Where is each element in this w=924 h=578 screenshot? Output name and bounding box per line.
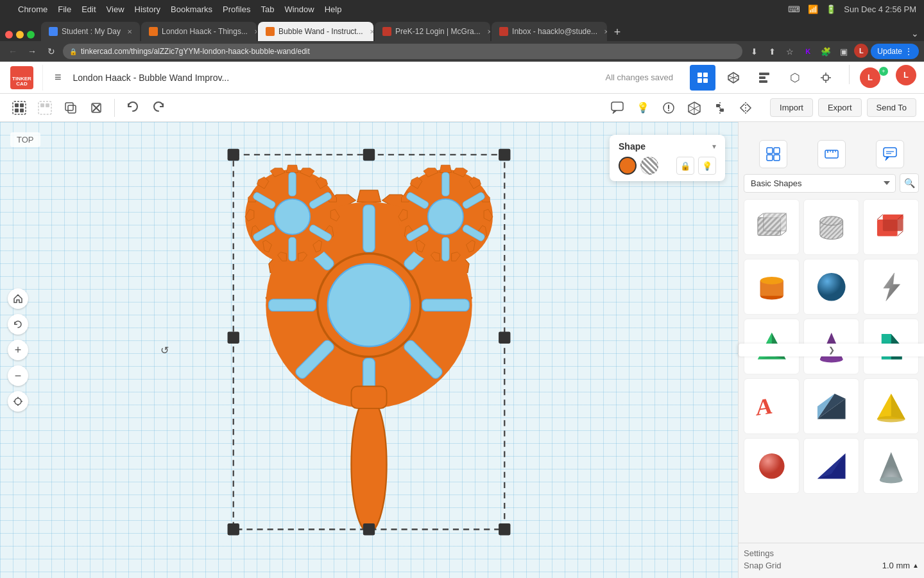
shapes-category-dropdown[interactable]: Basic Shapes [744,174,896,193]
svg-rect-83 [499,332,510,344]
viewport[interactable]: TOP + − [0,122,738,578]
tab-student[interactable]: Student : My Day ✕ [41,22,140,41]
export-btn[interactable]: Export [818,98,862,117]
zoom-in-btn[interactable]: + [8,340,28,360]
duplicate-btn[interactable] [59,96,82,119]
undo-btn[interactable] [121,96,144,119]
color-hole-btn[interactable] [640,157,658,175]
snap-up-arrow[interactable]: ▲ [912,562,919,569]
bookmark-icon[interactable]: ☆ [782,44,798,59]
update-btn[interactable]: Update ⋮ [871,44,919,59]
new-tab-btn[interactable]: + [608,23,626,41]
circuit-btn[interactable] [813,65,839,91]
speech-icon [610,101,624,115]
back-btn[interactable]: ← [5,44,21,59]
menu-edit[interactable]: Edit [81,4,96,14]
ungroup-btn[interactable] [33,96,56,119]
rotate-handle[interactable]: ↺ [160,344,169,356]
maximize-window-btn[interactable] [27,31,35,39]
tab-close-london[interactable]: ✕ [254,28,257,35]
group-btn[interactable] [8,96,31,119]
minimize-window-btn[interactable] [16,31,24,39]
undo-icon [126,101,140,115]
fit-view-btn[interactable] [8,391,28,412]
sidebar-toggle-icon[interactable]: ▣ [836,44,851,59]
tab-prek[interactable]: PreK-12 Login | McGra... ✕ [375,22,490,41]
view-speech-btn[interactable] [876,140,904,168]
shape-item-navy-wedge[interactable] [803,438,859,494]
hamburger-menu[interactable]: ≡ [49,71,67,84]
current-user-avatar[interactable]: L [896,65,916,85]
light-btn[interactable]: 💡 [698,157,716,175]
lock-shape-btn[interactable]: 🔒 [676,157,694,175]
mirror-btn[interactable] [734,96,757,119]
send-to-btn[interactable]: Send To [867,98,916,117]
tinkercad-logo[interactable]: TINKER CAD [8,65,43,91]
shape-item-hole-cylinder[interactable] [803,199,859,255]
tab-close-prek[interactable]: ✕ [487,28,490,35]
zoom-out-btn[interactable]: − [8,365,28,386]
panel-collapse-btn[interactable]: ❯ [739,344,924,356]
shape-item-pink-sphere[interactable] [744,438,800,494]
shape-item-text[interactable]: A [744,378,800,434]
shape-item-pyramid-yellow[interactable] [863,378,919,434]
url-text: tinkercad.com/things/alZZic7gYYM-london-… [81,47,310,56]
rotate-btn[interactable] [8,314,28,335]
view-grid-btn[interactable] [759,140,787,168]
speech-bubble-btn[interactable] [606,96,629,119]
menu-tab[interactable]: Tab [261,4,274,14]
shape-item-hole-box[interactable] [744,199,800,255]
tab-list-btn[interactable]: ⌄ [911,28,919,39]
fit-icon [13,396,23,407]
tab-inbox[interactable]: Inbox - haacklo@stude... ✕ [492,22,607,41]
menu-chrome[interactable]: Chrome [18,4,47,14]
address-bar[interactable]: 🔒 tinkercad.com/things/alZZic7gYYM-londo… [63,44,742,59]
inspector-btn[interactable]: ⬡ [782,65,808,91]
shape-item-gray-cone[interactable] [863,438,919,494]
color-orange-btn[interactable] [619,157,637,175]
3d-view-btn[interactable] [721,65,746,91]
import-btn[interactable]: Import [770,98,813,117]
menu-bookmarks[interactable]: Bookmarks [171,4,212,14]
tab-bubble[interactable]: Bubble Wand - Instruct... ✕ [258,22,373,41]
extension-k-icon[interactable]: K [800,44,816,59]
reload-btn[interactable]: ↻ [44,44,59,59]
menu-profiles[interactable]: Profiles [223,4,250,14]
download-icon[interactable]: ⬇ [746,44,762,59]
shape-item-red-box[interactable] [863,199,919,255]
view-cube-icon [687,101,701,115]
annotation-btn[interactable] [657,96,680,119]
app-toolbar: 💡 [0,94,924,122]
view-cube-btn[interactable] [683,96,706,119]
grid-view-btn[interactable] [690,65,715,91]
svg-rect-6 [703,78,708,83]
bulb-btn[interactable]: 💡 [631,96,654,119]
redo-btn[interactable] [147,96,170,119]
profile-btn[interactable]: L [854,44,868,58]
shape-panel-toggle[interactable]: ▾ [712,142,716,151]
tab-close-bubble[interactable]: ✕ [370,28,373,35]
blocks-view-btn[interactable] [751,65,777,91]
view-ruler-btn[interactable] [817,140,846,168]
shape-item-sphere[interactable] [803,259,859,315]
tab-close-inbox[interactable]: ✕ [604,28,607,35]
menu-history[interactable]: History [135,4,160,14]
add-user-btn[interactable]: L + [860,65,888,91]
close-window-btn[interactable] [5,31,13,39]
menu-help[interactable]: Help [325,4,342,14]
shape-item-wedge[interactable] [803,378,859,434]
forward-btn[interactable]: → [24,44,40,59]
shape-item-cylinder[interactable] [744,259,800,315]
align-btn[interactable] [708,96,732,119]
delete-btn[interactable] [85,96,108,119]
tab-london[interactable]: London Haack - Things... ✕ [141,22,257,41]
tab-close-student[interactable]: ✕ [127,28,132,35]
home-btn[interactable] [8,288,28,309]
menu-window[interactable]: Window [284,4,314,14]
shapes-search-btn[interactable]: 🔍 [900,173,919,193]
extensions-icon[interactable]: 🧩 [818,44,834,59]
menu-view[interactable]: View [107,4,124,14]
menu-file[interactable]: File [58,4,71,14]
shape-item-lightning[interactable] [863,259,919,315]
share-icon[interactable]: ⬆ [764,44,780,59]
